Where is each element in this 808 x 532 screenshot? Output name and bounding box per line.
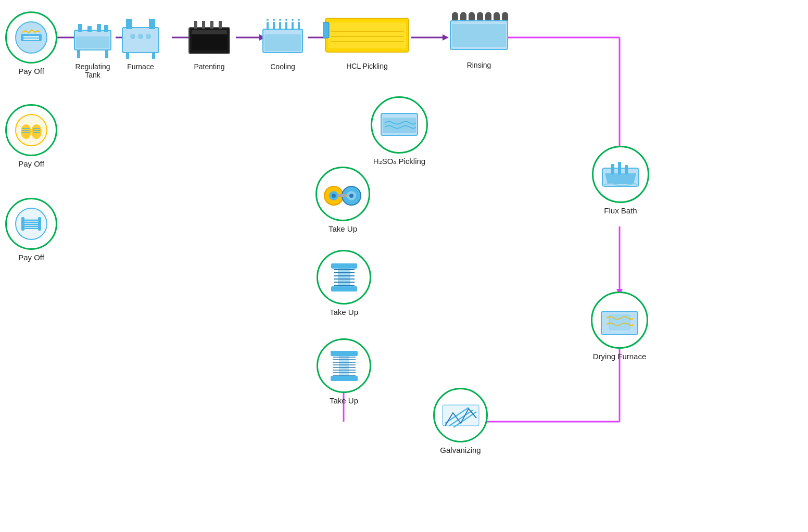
svg-point-101 bbox=[332, 194, 336, 198]
takeup3-icon bbox=[317, 338, 371, 393]
svg-rect-75 bbox=[298, 22, 300, 30]
payoff1-node: Pay Off bbox=[5, 11, 57, 75]
flux-bath-node: Flux Bath bbox=[592, 146, 649, 215]
svg-rect-73 bbox=[285, 22, 287, 30]
svg-rect-54 bbox=[126, 19, 132, 29]
svg-rect-130 bbox=[625, 165, 628, 174]
svg-rect-108 bbox=[331, 286, 357, 292]
svg-rect-96 bbox=[452, 24, 506, 47]
svg-rect-87 bbox=[323, 22, 329, 38]
drying-furnace-icon bbox=[591, 292, 648, 349]
h2so4-pickling-icon bbox=[371, 96, 428, 154]
drying-furnace-label: Drying Furnace bbox=[593, 352, 647, 361]
svg-point-81 bbox=[298, 19, 300, 21]
regulating-tank-node: RegulatingTank bbox=[72, 15, 113, 79]
takeup2-icon bbox=[317, 250, 371, 305]
cooling-label: Cooling bbox=[270, 62, 295, 71]
svg-point-76 bbox=[267, 19, 269, 21]
payoff3-label: Pay Off bbox=[18, 253, 44, 262]
svg-rect-70 bbox=[267, 22, 269, 30]
payoff1-icon bbox=[5, 11, 57, 64]
rinsing-icon bbox=[448, 9, 510, 59]
payoff2-icon bbox=[5, 104, 57, 156]
takeup1-node: Take Up bbox=[315, 167, 370, 233]
payoff3-node: Pay Off bbox=[5, 198, 57, 262]
svg-rect-47 bbox=[78, 24, 82, 32]
svg-rect-51 bbox=[77, 50, 80, 58]
svg-rect-59 bbox=[126, 53, 129, 59]
svg-point-27 bbox=[16, 115, 47, 146]
svg-rect-50 bbox=[104, 25, 108, 32]
svg-rect-52 bbox=[105, 50, 108, 58]
rinsing-node: Rinsing bbox=[448, 9, 510, 69]
svg-rect-53 bbox=[122, 28, 159, 53]
hcl-pickling-icon bbox=[323, 8, 411, 60]
svg-point-56 bbox=[130, 34, 135, 39]
h2so4-pickling-label: H₂SO₄ Pickling bbox=[373, 157, 425, 166]
svg-rect-63 bbox=[192, 30, 227, 34]
payoff2-label: Pay Off bbox=[18, 159, 44, 168]
payoff3-icon bbox=[5, 198, 57, 250]
svg-rect-107 bbox=[331, 263, 357, 269]
svg-point-80 bbox=[292, 19, 294, 21]
flux-bath-icon bbox=[592, 146, 649, 203]
takeup2-node: Take Up bbox=[317, 250, 371, 316]
svg-rect-64 bbox=[194, 21, 197, 29]
svg-rect-67 bbox=[219, 21, 222, 29]
cooling-icon bbox=[260, 15, 305, 60]
svg-rect-60 bbox=[152, 53, 155, 59]
takeup3-label: Take Up bbox=[330, 396, 358, 405]
hcl-pickling-node: HCL Pickling bbox=[323, 8, 411, 70]
h2so4-pickling-node: H₂SO₄ Pickling bbox=[371, 96, 428, 166]
svg-marker-127 bbox=[605, 173, 636, 184]
svg-rect-23 bbox=[21, 34, 42, 41]
svg-point-77 bbox=[273, 19, 275, 21]
svg-point-58 bbox=[146, 34, 151, 39]
svg-rect-129 bbox=[618, 162, 621, 174]
svg-rect-74 bbox=[292, 22, 294, 30]
svg-rect-71 bbox=[273, 22, 275, 30]
svg-rect-116 bbox=[331, 351, 358, 356]
svg-point-57 bbox=[138, 34, 143, 39]
svg-rect-43 bbox=[21, 217, 24, 231]
svg-rect-132 bbox=[609, 315, 630, 330]
galvanizing-label: Galvanizing bbox=[440, 446, 481, 454]
svg-rect-46 bbox=[76, 36, 109, 48]
svg-point-104 bbox=[349, 194, 354, 198]
takeup2-label: Take Up bbox=[330, 308, 358, 316]
takeup3-node: Take Up bbox=[317, 338, 371, 405]
svg-rect-66 bbox=[210, 21, 213, 29]
svg-rect-48 bbox=[87, 26, 92, 32]
furnace-label: Furnace bbox=[127, 62, 154, 71]
svg-rect-49 bbox=[97, 24, 101, 32]
galvanizing-node: Galvanizing bbox=[433, 388, 488, 454]
galvanizing-icon bbox=[433, 388, 488, 442]
svg-rect-72 bbox=[279, 22, 281, 30]
flux-bath-label: Flux Bath bbox=[604, 206, 637, 215]
svg-point-29 bbox=[31, 124, 42, 139]
patenting-node: Patenting bbox=[186, 15, 232, 71]
svg-point-79 bbox=[285, 19, 287, 21]
svg-rect-105 bbox=[338, 194, 347, 197]
svg-rect-117 bbox=[331, 376, 358, 381]
patenting-icon bbox=[186, 15, 232, 60]
rinsing-label: Rinsing bbox=[467, 61, 491, 69]
takeup1-icon bbox=[315, 167, 370, 221]
patenting-label: Patenting bbox=[194, 62, 224, 71]
payoff2-node: Pay Off bbox=[5, 104, 57, 168]
drying-furnace-node: Drying Furnace bbox=[591, 292, 648, 361]
furnace-icon bbox=[120, 15, 161, 60]
svg-rect-55 bbox=[149, 19, 155, 29]
svg-rect-83 bbox=[328, 22, 406, 48]
furnace-node: Furnace bbox=[120, 15, 161, 71]
svg-rect-69 bbox=[264, 34, 301, 51]
svg-rect-128 bbox=[611, 164, 614, 174]
regulating-tank-label: RegulatingTank bbox=[75, 62, 110, 79]
payoff1-label: Pay Off bbox=[18, 67, 44, 75]
svg-rect-65 bbox=[202, 21, 205, 29]
svg-point-28 bbox=[21, 124, 31, 139]
regulating-tank-icon bbox=[72, 15, 113, 60]
takeup1-label: Take Up bbox=[329, 224, 357, 233]
svg-point-78 bbox=[279, 19, 281, 21]
svg-rect-44 bbox=[38, 217, 41, 231]
